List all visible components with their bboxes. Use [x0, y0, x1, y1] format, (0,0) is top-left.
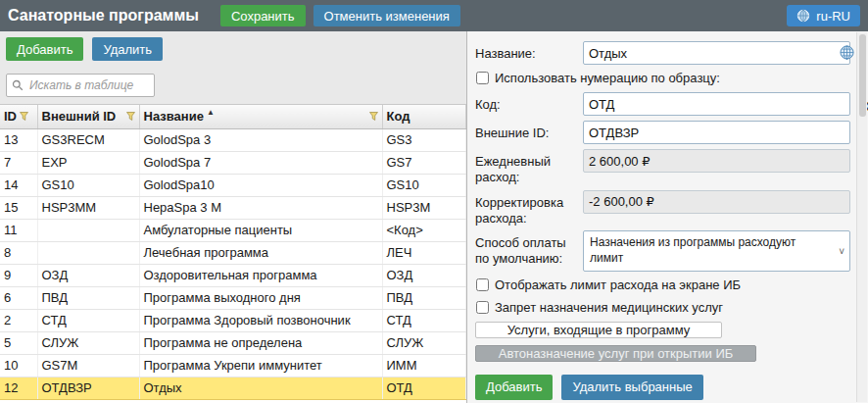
table-row[interactable]: 8Лечебная программаЛЕЧ — [0, 241, 466, 264]
save-button[interactable]: Сохранить — [220, 5, 306, 26]
programs-table: ID Внешний ID Название ▲ — [0, 104, 466, 403]
forbid-medical-services-label: Запрет назначения медицинских услуг — [495, 300, 723, 315]
search-input[interactable] — [27, 77, 149, 93]
filter-icon[interactable] — [369, 112, 378, 121]
show-limit-label: Отображать лимит расхода на экране ИБ — [495, 277, 741, 292]
list-toolbar: Добавить Удалить — [0, 31, 466, 63]
name-label: Название: — [475, 41, 583, 62]
table-search[interactable] — [6, 74, 155, 97]
table-cell-name: Программа выходного дня — [139, 286, 382, 309]
table-cell-ext: EXP — [37, 151, 139, 174]
filter-icon[interactable] — [20, 112, 28, 121]
table-cell-ext: ОТДВЗР — [37, 377, 139, 399]
chevron-down-icon: ˅ — [839, 245, 844, 258]
payment-method-select[interactable]: Назначения из программы расходуют лимит … — [583, 230, 850, 271]
page-title: Санаторные программы — [8, 7, 199, 25]
locale-button[interactable]: ru-RU — [787, 5, 860, 26]
autoassign-services-button[interactable]: Автоназначение услуг при открытии ИБ — [475, 345, 756, 362]
delete-selected-button[interactable]: Удалить выбранные — [561, 375, 702, 400]
column-header-code[interactable]: Код — [382, 105, 466, 128]
table-cell-ext: ОЗД — [37, 264, 139, 286]
search-icon — [12, 79, 24, 91]
sort-asc-icon: ▲ — [207, 109, 215, 117]
table-cell-code: <Код> — [382, 219, 466, 241]
table-cell-ext: СЛУЖ — [37, 331, 139, 354]
add-program-button[interactable]: Добавить — [6, 37, 83, 61]
table-cell-id: 9 — [0, 264, 37, 286]
table-cell-id: 15 — [0, 196, 37, 219]
table-body: 13GS3RECMGolodSpa 3GS37EXPGolodSpa 7GS71… — [0, 128, 466, 399]
table-row[interactable]: 9ОЗДОздоровительная программаОЗД — [0, 264, 466, 286]
content: Добавить Удалить ID — [0, 31, 868, 403]
table-row[interactable]: 12ОТДВЗРОтдыхОТД — [0, 377, 466, 399]
code-input[interactable] — [583, 92, 850, 116]
filter-icon[interactable] — [126, 112, 135, 121]
name-input[interactable] — [583, 41, 850, 65]
table-cell-id: 10 — [0, 354, 37, 377]
topbar: Санаторные программы Сохранить Отменить … — [0, 0, 868, 31]
table-cell-ext: GS3RECM — [37, 128, 139, 151]
table-cell-name: HepaSpa 3 М — [139, 196, 382, 219]
included-services-button[interactable]: Услуги, входящие в программу — [475, 322, 722, 338]
column-header-name[interactable]: Название ▲ — [139, 105, 382, 128]
use-numbering-checkbox[interactable] — [476, 72, 489, 84]
program-details-form: Название: Использовать нумерацию по обра… — [467, 31, 868, 403]
table-cell-id: 5 — [0, 331, 37, 354]
table-row[interactable]: 11Амбулаторные пациенты<Код> — [0, 219, 466, 241]
table-cell-name: Амбулаторные пациенты — [139, 219, 382, 241]
table-cell-code: ИММ — [382, 354, 466, 377]
table-row[interactable]: 15HSP3MMHepaSpa 3 МHSP3M — [0, 196, 466, 219]
table-row[interactable]: 10GS7MПрограмма Укрепи иммунитетИММ — [0, 354, 466, 377]
table-cell-name: Отдых — [139, 377, 382, 399]
table-cell-id: 14 — [0, 174, 37, 196]
table-row[interactable]: 6ПВДПрограмма выходного дняПВД — [0, 286, 466, 309]
table-cell-code: GS7 — [382, 151, 466, 174]
vertical-scrollbar[interactable] — [856, 32, 867, 402]
table-cell-code: GS3 — [382, 128, 466, 151]
table-row[interactable]: 13GS3RECMGolodSpa 3GS3 — [0, 128, 466, 151]
table-cell-name: Программа не определена — [139, 331, 382, 354]
table-row[interactable]: 2СТДПрограмма Здоровый позвоночникСТД — [0, 309, 466, 331]
payment-method-label: Способ оплаты по умолчанию: — [475, 230, 583, 267]
form-add-button[interactable]: Добавить — [475, 375, 553, 400]
table-cell-id: 2 — [0, 309, 37, 331]
locale-label: ru-RU — [816, 9, 850, 24]
code-label: Код: — [475, 92, 583, 113]
scrollbar-thumb[interactable] — [859, 34, 866, 117]
table-cell-ext — [37, 241, 139, 264]
daily-expense-value — [583, 149, 850, 173]
table-cell-id: 6 — [0, 286, 37, 309]
delete-program-button[interactable]: Удалить — [92, 37, 163, 61]
table-cell-code: ЛЕЧ — [382, 241, 466, 264]
programs-list-panel: Добавить Удалить ID — [0, 31, 467, 403]
cancel-changes-button[interactable]: Отменить изменения — [313, 5, 460, 26]
table-cell-id: 8 — [0, 241, 37, 264]
column-header-ext-id[interactable]: Внешний ID — [37, 105, 139, 128]
daily-expense-label: Ежедневный расход: — [475, 149, 583, 185]
table-cell-code: ОЗД — [382, 264, 466, 286]
table-row[interactable]: 5СЛУЖПрограмма не определенаСЛУЖ — [0, 331, 466, 354]
table-cell-name: GolodSpa 7 — [139, 151, 382, 174]
external-ids-label: Внешние ID: — [475, 121, 583, 141]
table-row[interactable]: 7EXPGolodSpa 7GS7 — [0, 151, 466, 174]
use-numbering-label: Использовать нумерацию по образцу: — [495, 71, 720, 85]
table-cell-ext: HSP3MM — [37, 196, 139, 219]
table-cell-id: 12 — [0, 377, 37, 399]
table-header-row: ID Внешний ID Название ▲ — [0, 105, 466, 128]
table-cell-id: 11 — [0, 219, 37, 241]
table-cell-ext: ПВД — [37, 286, 139, 309]
show-limit-checkbox[interactable] — [476, 278, 489, 291]
table-cell-name: GolodSpa 3 — [139, 128, 382, 151]
table-cell-id: 13 — [0, 128, 37, 151]
payment-method-value: Назначения из программы расходуют лимит — [590, 235, 796, 265]
table-cell-code: СЛУЖ — [382, 331, 466, 354]
external-ids-input[interactable] — [583, 121, 850, 144]
column-header-id[interactable]: ID — [0, 105, 37, 128]
table-row[interactable]: 14GS10GolodSpa10GS10 — [0, 174, 466, 196]
table-cell-code: HSP3M — [382, 196, 466, 219]
table-cell-name: GolodSpa10 — [139, 174, 382, 196]
forbid-medical-services-checkbox[interactable] — [476, 301, 489, 314]
table-cell-code: GS10 — [382, 174, 466, 196]
table-cell-ext: СТД — [37, 309, 139, 331]
table-cell-ext: GS7M — [37, 354, 139, 377]
